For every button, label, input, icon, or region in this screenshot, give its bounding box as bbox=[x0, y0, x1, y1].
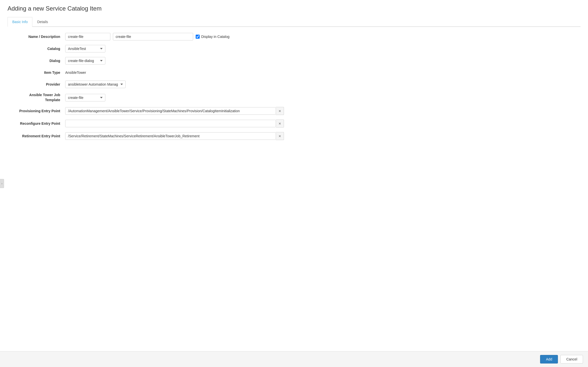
retirement-entry-point-input[interactable] bbox=[65, 132, 276, 140]
item-type-label: Item Type bbox=[10, 71, 65, 75]
display-in-catalog-label[interactable]: Display in Catalog bbox=[196, 35, 230, 39]
reconfigure-entry-point-label: Reconfigure Entry Point bbox=[10, 121, 65, 126]
ansible-tower-job-template-select[interactable]: create-file bbox=[65, 94, 105, 101]
footer-bar: Add Cancel bbox=[0, 351, 588, 367]
retirement-entry-point-clear-button[interactable]: ✕ bbox=[276, 132, 284, 140]
catalog-select[interactable]: AnsibleTest bbox=[65, 45, 105, 52]
dialog-label: Dialog bbox=[10, 59, 65, 63]
dialog-select[interactable]: create-file-dialog bbox=[65, 57, 105, 65]
basic-info-form: Name / Description Display in Catalog Ca… bbox=[8, 33, 580, 140]
reconfigure-entry-point-clear-button[interactable]: ✕ bbox=[276, 119, 284, 128]
provisioning-entry-point-label: Provisioning Entry Point bbox=[10, 109, 65, 113]
name-description-row: Name / Description Display in Catalog bbox=[10, 33, 580, 40]
tab-bar: Basic Info Details bbox=[8, 17, 580, 27]
reconfigure-entry-point-input[interactable] bbox=[65, 120, 276, 127]
reconfigure-entry-point-controls: ✕ bbox=[65, 119, 580, 128]
provisioning-entry-point-clear-button[interactable]: ✕ bbox=[276, 107, 284, 115]
description-input[interactable] bbox=[113, 33, 193, 40]
ansible-tower-job-template-controls: create-file bbox=[65, 94, 580, 101]
display-in-catalog-text: Display in Catalog bbox=[201, 35, 230, 39]
provisioning-entry-point-row: Provisioning Entry Point ✕ bbox=[10, 107, 580, 115]
provisioning-entry-point-input-group: ✕ bbox=[65, 107, 284, 115]
item-type-controls: AnsibleTower bbox=[65, 69, 580, 76]
name-input[interactable] bbox=[65, 33, 110, 40]
catalog-row: Catalog AnsibleTest bbox=[10, 45, 580, 52]
name-description-controls: Display in Catalog bbox=[65, 33, 580, 40]
display-in-catalog-checkbox[interactable] bbox=[196, 35, 200, 39]
provisioning-entry-point-controls: ✕ bbox=[65, 107, 580, 115]
provider-controls: ansibletower Automation Manag bbox=[65, 81, 580, 88]
cancel-button[interactable]: Cancel bbox=[560, 355, 583, 363]
catalog-controls: AnsibleTest bbox=[65, 45, 580, 52]
reconfigure-entry-point-row: Reconfigure Entry Point ✕ bbox=[10, 119, 580, 128]
page-title: Adding a new Service Catalog Item bbox=[8, 5, 580, 12]
tab-details[interactable]: Details bbox=[32, 17, 53, 27]
tab-basic-info[interactable]: Basic Info bbox=[8, 17, 32, 27]
sidebar-toggle-button[interactable]: › bbox=[0, 179, 4, 188]
retirement-entry-point-row: Retirement Entry Point ✕ bbox=[10, 132, 580, 140]
provider-label: Provider bbox=[10, 82, 65, 86]
ansible-tower-job-template-row: Ansible Tower Job Template create-file bbox=[10, 93, 580, 102]
retirement-entry-point-input-group: ✕ bbox=[65, 132, 284, 140]
provider-row: Provider ansibletower Automation Manag bbox=[10, 81, 580, 88]
retirement-entry-point-controls: ✕ bbox=[65, 132, 580, 140]
add-button[interactable]: Add bbox=[540, 355, 558, 363]
ansible-tower-job-template-label: Ansible Tower Job Template bbox=[10, 93, 65, 102]
item-type-value: AnsibleTower bbox=[65, 69, 86, 76]
catalog-label: Catalog bbox=[10, 47, 65, 51]
provisioning-entry-point-input[interactable] bbox=[65, 107, 276, 115]
dialog-controls: create-file-dialog bbox=[65, 57, 580, 65]
retirement-entry-point-label: Retirement Entry Point bbox=[10, 134, 65, 138]
item-type-row: Item Type AnsibleTower bbox=[10, 69, 580, 76]
dialog-row: Dialog create-file-dialog bbox=[10, 57, 580, 65]
reconfigure-entry-point-input-group: ✕ bbox=[65, 119, 284, 128]
provider-select[interactable]: ansibletower Automation Manag bbox=[65, 81, 126, 88]
name-description-label: Name / Description bbox=[10, 35, 65, 39]
